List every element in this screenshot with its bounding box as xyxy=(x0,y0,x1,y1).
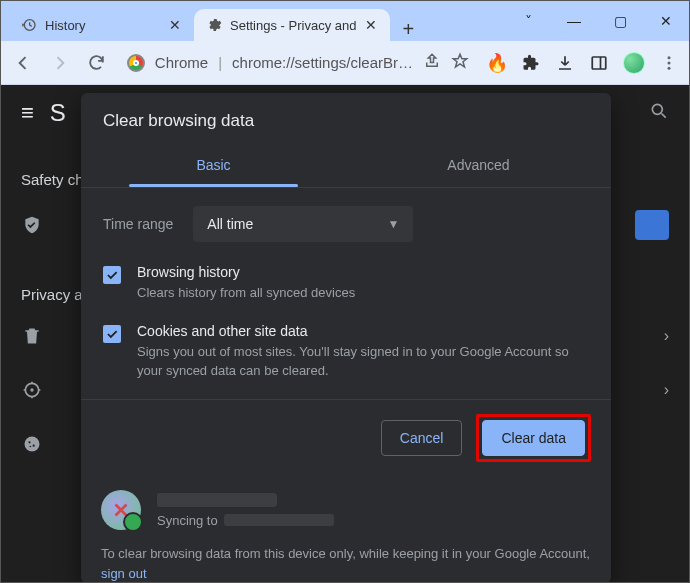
dialog-note: To clear browsing data from this device … xyxy=(81,530,611,582)
sync-status-row: Syncing to xyxy=(81,476,611,530)
dialog-title: Clear browsing data xyxy=(81,93,611,145)
window-dropdown[interactable]: ˅ xyxy=(505,1,551,41)
redacted-name xyxy=(157,493,277,507)
downloads-icon[interactable] xyxy=(555,53,575,73)
svg-point-4 xyxy=(668,61,671,64)
svg-point-3 xyxy=(668,56,671,59)
svg-point-8 xyxy=(31,389,33,391)
tab-history[interactable]: History ✕ xyxy=(9,9,194,41)
target-icon xyxy=(21,379,43,401)
tab-title: History xyxy=(45,18,160,33)
chevron-right-icon: › xyxy=(664,381,669,399)
extensions-icon[interactable] xyxy=(521,53,541,73)
cancel-button[interactable]: Cancel xyxy=(381,420,463,456)
svg-point-5 xyxy=(668,66,671,69)
checkbox-desc: Signs you out of most sites. You'll stay… xyxy=(137,343,589,381)
star-icon[interactable] xyxy=(451,52,469,73)
omnibox-prefix: Chrome xyxy=(155,54,208,71)
browser-toolbar: Chrome | chrome://settings/clearBr… 🔥 xyxy=(1,41,689,85)
svg-point-12 xyxy=(30,446,32,448)
redacted-email xyxy=(224,514,334,526)
checkbox-browsing-history[interactable] xyxy=(103,266,121,284)
checkbox-desc: Clears history from all synced devices xyxy=(137,284,355,303)
trash-icon xyxy=(21,325,43,347)
share-icon[interactable] xyxy=(423,52,441,73)
reload-button[interactable] xyxy=(84,50,109,76)
kebab-menu-icon[interactable] xyxy=(659,53,679,73)
time-range-label: Time range xyxy=(103,216,173,232)
settings-heading: S xyxy=(50,99,66,127)
cookie-icon xyxy=(21,433,43,455)
tab-title: Settings - Privacy and xyxy=(230,18,356,33)
sign-out-link[interactable]: sign out xyxy=(101,566,147,581)
svg-point-9 xyxy=(25,437,40,452)
profile-avatar[interactable] xyxy=(623,52,645,74)
window-titlebar: History ✕ Settings - Privacy and ✕ + ˅ —… xyxy=(1,1,689,41)
omnibox-url: chrome://settings/clearBr… xyxy=(232,54,413,71)
svg-point-11 xyxy=(33,445,35,447)
hamburger-icon[interactable]: ≡ xyxy=(21,100,34,126)
chevron-down-icon: ▼ xyxy=(387,217,399,231)
window-maximize[interactable]: ▢ xyxy=(597,1,643,41)
clear-data-button[interactable]: Clear data xyxy=(482,420,585,456)
tab-basic[interactable]: Basic xyxy=(81,145,346,187)
clear-browsing-data-dialog: ▲ ▼ Clear browsing data Basic Advanced ▼… xyxy=(81,93,611,582)
extension-fire-icon[interactable]: 🔥 xyxy=(487,53,507,73)
window-minimize[interactable]: — xyxy=(551,1,597,41)
time-range-value: All time xyxy=(207,216,253,232)
profile-avatar-large xyxy=(101,490,141,530)
checkbox-row-browsing-history: Browsing history Clears history from all… xyxy=(103,264,589,303)
checkbox-cookies[interactable] xyxy=(103,325,121,343)
search-icon[interactable] xyxy=(649,101,669,125)
back-button[interactable] xyxy=(11,50,36,76)
checkbox-title: Cookies and other site data xyxy=(137,323,589,339)
svg-point-6 xyxy=(652,104,662,114)
annotation-highlight: Clear data xyxy=(476,414,591,462)
dialog-footer: Cancel Clear data xyxy=(81,399,611,476)
checkbox-row-cookies: Cookies and other site data Signs you ou… xyxy=(103,323,589,381)
dialog-tabs: Basic Advanced xyxy=(81,145,611,187)
new-tab-button[interactable]: + xyxy=(390,18,426,41)
inner-scrollbar[interactable]: ▼ xyxy=(601,246,607,399)
checkbox-title: Browsing history xyxy=(137,264,355,280)
gear-icon xyxy=(206,17,222,33)
history-icon xyxy=(21,17,37,33)
omnibox[interactable]: Chrome | chrome://settings/clearBr… xyxy=(121,48,475,77)
chevron-right-icon: › xyxy=(664,327,669,345)
close-icon[interactable]: ✕ xyxy=(168,18,182,32)
svg-rect-1 xyxy=(592,57,606,69)
side-panel-icon[interactable] xyxy=(589,53,609,73)
sync-label: Syncing to xyxy=(157,513,218,528)
window-close[interactable]: ✕ xyxy=(643,1,689,41)
shield-icon xyxy=(21,214,43,236)
tab-settings[interactable]: Settings - Privacy and ✕ xyxy=(194,9,390,41)
time-range-select[interactable]: All time ▼ xyxy=(193,206,413,242)
close-icon[interactable]: ✕ xyxy=(364,18,378,32)
svg-point-10 xyxy=(28,441,30,443)
tab-advanced[interactable]: Advanced xyxy=(346,145,611,187)
check-now-chip[interactable] xyxy=(635,210,669,240)
forward-button[interactable] xyxy=(48,50,73,76)
chrome-icon xyxy=(127,54,145,72)
